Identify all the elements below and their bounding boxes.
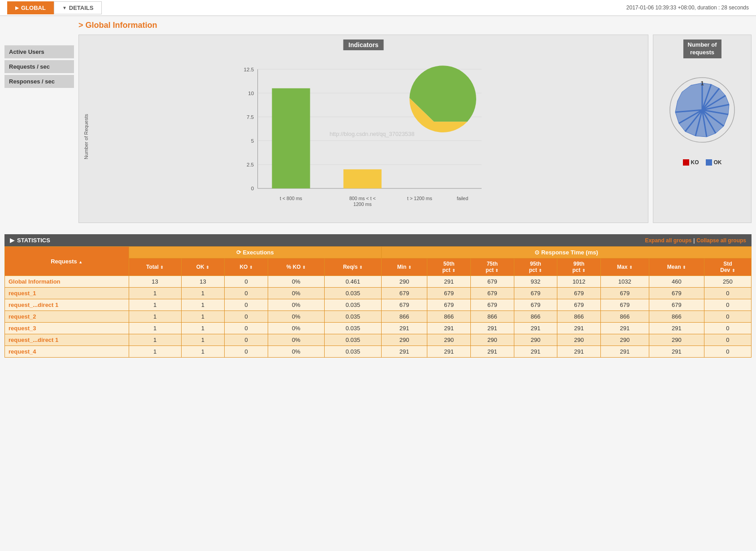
table-row: request_31100%0.035291291291291291291291… xyxy=(5,323,752,334)
row-value: 1 xyxy=(181,334,225,346)
svg-text:2.5: 2.5 xyxy=(247,162,254,167)
table-row: request_...direct 11100%0.03529029029029… xyxy=(5,334,752,346)
stats-arrow-icon: ▶ xyxy=(10,237,14,244)
row-value: 866 xyxy=(382,311,427,323)
details-arrow-icon: ▼ xyxy=(62,5,67,10)
requests-chart: Number of requests xyxy=(653,35,752,223)
sidebar-item-active-users[interactable]: Active Users xyxy=(4,45,74,58)
row-value: 0.461 xyxy=(324,276,381,288)
row-name: Global Information xyxy=(5,276,129,288)
row-value: 0% xyxy=(268,323,324,334)
col-min[interactable]: Min ⇕ xyxy=(382,258,427,276)
row-value: 0% xyxy=(268,311,324,323)
row-value: 0 xyxy=(225,276,268,288)
svg-text:1: 1 xyxy=(700,80,704,87)
row-value: 250 xyxy=(704,276,751,288)
statistics-section: ▶ STATISTICS Expand all groups | Collaps… xyxy=(0,230,756,362)
col-pct-ko[interactable]: % KO ⇕ xyxy=(268,258,324,276)
tab-global[interactable]: ▶ GLOBAL xyxy=(7,1,54,14)
row-value: 290 xyxy=(649,334,704,346)
tab-details[interactable]: ▼ DETAILS xyxy=(54,1,102,14)
col-std-dev[interactable]: StdDev ⇕ xyxy=(704,258,751,276)
svg-text:7.5: 7.5 xyxy=(247,114,254,120)
expand-collapse-controls: Expand all groups | Collapse all groups xyxy=(645,237,746,244)
col-header-requests[interactable]: Requests ▲ xyxy=(5,247,129,276)
row-value: 460 xyxy=(649,276,704,288)
svg-text:t < 800 ms: t < 800 ms xyxy=(280,196,302,201)
row-value: 0 xyxy=(225,311,268,323)
row-value: 13 xyxy=(181,276,225,288)
right-content: Global Information Indicators Number of … xyxy=(78,21,752,223)
row-value: 679 xyxy=(557,288,601,299)
col-mean[interactable]: Mean ⇕ xyxy=(649,258,704,276)
clock-icon: ⊙ xyxy=(534,249,539,256)
chart-legend: KO OK xyxy=(683,159,722,166)
row-name: request_...direct 1 xyxy=(5,299,129,311)
row-value: 290 xyxy=(514,334,557,346)
requests-chart-title-text: Number of requests xyxy=(688,41,717,56)
row-name: request_4 xyxy=(5,346,129,358)
col-ko[interactable]: KO ⇕ xyxy=(225,258,268,276)
ko-legend-box xyxy=(683,159,689,166)
row-value: 290 xyxy=(382,276,427,288)
response-time-group-header: ⊙ Response Time (ms) xyxy=(382,247,752,258)
refresh-icon: ⟳ xyxy=(236,249,241,256)
row-name: request_...direct 1 xyxy=(5,334,129,346)
svg-text:12.5: 12.5 xyxy=(243,66,254,72)
row-value: 291 xyxy=(382,323,427,334)
expand-all-button[interactable]: Expand all groups xyxy=(645,237,691,244)
row-value: 0 xyxy=(704,346,751,358)
row-value: 0.035 xyxy=(324,346,381,358)
row-value: 291 xyxy=(557,346,601,358)
row-value: 291 xyxy=(470,323,514,334)
legend-ko: KO xyxy=(683,159,699,166)
col-pct50[interactable]: 50thpct ⇕ xyxy=(427,258,471,276)
table-row: request_41100%0.035291291291291291291291… xyxy=(5,346,752,358)
col-total[interactable]: Total ⇕ xyxy=(129,258,181,276)
row-value: 1 xyxy=(129,299,181,311)
sidebar-item-responses-sec[interactable]: Responses / sec xyxy=(4,75,74,88)
charts-row: Indicators Number of Requests xyxy=(78,35,752,223)
row-value: 0% xyxy=(268,288,324,299)
table-row: request_21100%0.035866866866866866866866… xyxy=(5,311,752,323)
col-reqs-sec[interactable]: Req/s ⇕ xyxy=(324,258,381,276)
row-value: 0 xyxy=(704,334,751,346)
row-value: 866 xyxy=(470,311,514,323)
row-value: 1 xyxy=(181,346,225,358)
row-value: 679 xyxy=(557,299,601,311)
svg-rect-16 xyxy=(343,169,382,188)
sidebar: Active Users Requests / sec Responses / … xyxy=(4,21,74,223)
col-max[interactable]: Max ⇕ xyxy=(600,258,649,276)
row-value: 290 xyxy=(382,334,427,346)
col-pct95[interactable]: 95thpct ⇕ xyxy=(514,258,557,276)
row-value: 291 xyxy=(600,346,649,358)
collapse-all-button[interactable]: Collapse all groups xyxy=(696,237,746,244)
col-ok[interactable]: OK ⇕ xyxy=(181,258,225,276)
svg-text:800 ms < t <: 800 ms < t < xyxy=(349,196,376,201)
row-value: 0 xyxy=(225,334,268,346)
col-pct75[interactable]: 75thpct ⇕ xyxy=(470,258,514,276)
row-value: 291 xyxy=(470,346,514,358)
bar-chart-svg: 0 2.5 5 7.5 10 12.5 xyxy=(91,60,643,212)
row-value: 0 xyxy=(704,311,751,323)
row-name: request_1 xyxy=(5,288,129,299)
top-nav: ▶ GLOBAL ▼ DETAILS 2017-01-06 10:39:33 +… xyxy=(0,0,756,16)
row-value: 0.035 xyxy=(324,288,381,299)
indicators-chart: Indicators Number of Requests xyxy=(78,35,648,223)
row-value: 291 xyxy=(514,323,557,334)
row-value: 679 xyxy=(649,288,704,299)
sidebar-item-requests-sec[interactable]: Requests / sec xyxy=(4,60,74,73)
col-pct99[interactable]: 99thpct ⇕ xyxy=(557,258,601,276)
row-value: 679 xyxy=(470,299,514,311)
stats-table: Requests ▲ ⟳ Executions ⊙ Response Time … xyxy=(4,246,752,358)
row-value: 866 xyxy=(649,311,704,323)
bar-chart-area: 0 2.5 5 7.5 10 12.5 xyxy=(91,60,643,214)
spider-chart-svg: 1 xyxy=(666,74,738,146)
stats-header: ▶ STATISTICS Expand all groups | Collaps… xyxy=(4,234,752,246)
row-value: 290 xyxy=(557,334,601,346)
row-name: request_3 xyxy=(5,323,129,334)
row-value: 679 xyxy=(470,288,514,299)
row-value: 0% xyxy=(268,299,324,311)
row-value: 679 xyxy=(600,299,649,311)
row-value: 290 xyxy=(427,334,471,346)
